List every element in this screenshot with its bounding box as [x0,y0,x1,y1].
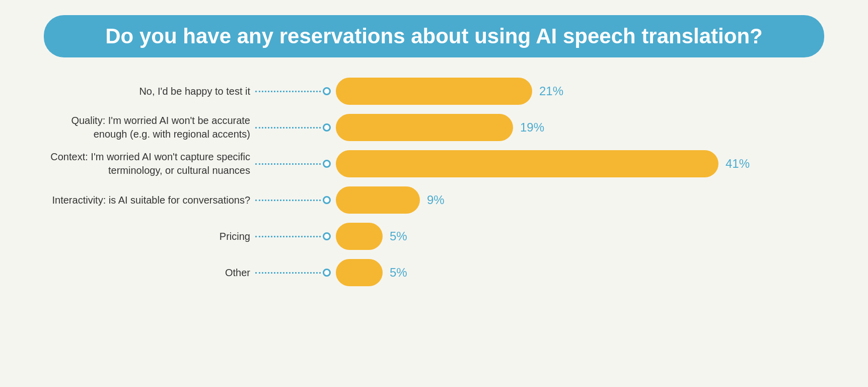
chart-row: Interactivity: is AI suitable for conver… [44,186,824,214]
chart-container: No, I'd be happy to test it21%Quality: I… [44,78,824,286]
dot-circle [323,269,331,277]
row-label: Interactivity: is AI suitable for conver… [44,194,255,207]
chart-row: Pricing5% [44,223,824,250]
bar [336,223,383,250]
bar [336,114,513,141]
bar-percent: 41% [726,157,750,171]
bar-percent: 9% [427,193,445,207]
row-label: Other [44,266,255,280]
row-label: No, I'd be happy to test it [44,85,255,98]
dotted-connector [255,232,336,240]
bar-percent: 19% [520,120,544,135]
dot-circle [323,123,331,132]
bar-percent: 5% [390,266,407,280]
bar-percent: 21% [539,84,563,98]
dotted-connector [255,269,336,277]
bar [336,78,532,105]
bar-area: 41% [336,150,824,177]
dot-circle [323,196,331,204]
row-label: Pricing [44,230,255,243]
bar-area: 9% [336,186,824,214]
dotted-connector [255,160,336,168]
chart-row: Context: I'm worried AI won't capture sp… [44,150,824,177]
row-label: Quality: I'm worried AI won't be accurat… [44,114,255,141]
bar-area: 5% [336,223,824,250]
title-box: Do you have any reservations about using… [44,15,824,57]
row-label: Context: I'm worried AI won't capture sp… [44,150,255,177]
dot-circle [323,160,331,168]
chart-row: No, I'd be happy to test it21% [44,78,824,105]
chart-title: Do you have any reservations about using… [69,24,799,48]
bar-percent: 5% [390,229,407,243]
chart-row: Other5% [44,259,824,286]
dotted-connector [255,196,336,204]
dot-circle [323,232,331,240]
bar [336,186,420,214]
bar [336,150,718,177]
dotted-connector [255,123,336,132]
chart-row: Quality: I'm worried AI won't be accurat… [44,114,824,141]
bar-area: 21% [336,78,824,105]
dot-circle [323,87,331,95]
bar-area: 19% [336,114,824,141]
dotted-connector [255,87,336,95]
bar-area: 5% [336,259,824,286]
bar [336,259,383,286]
